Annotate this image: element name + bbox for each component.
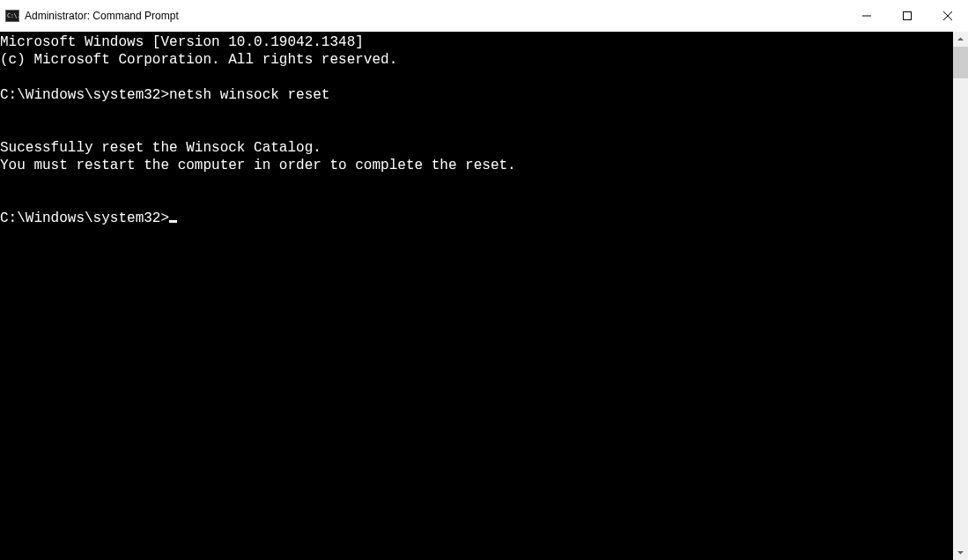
terminal-line	[0, 122, 953, 139]
scroll-thumb[interactable]	[953, 47, 968, 78]
chevron-down-icon	[957, 549, 964, 556]
cmd-icon: C:\.	[5, 9, 19, 23]
scroll-down-button[interactable]	[953, 545, 968, 560]
terminal-cursor	[169, 220, 177, 223]
minimize-button[interactable]	[846, 0, 887, 32]
chevron-up-icon	[957, 36, 964, 42]
terminal-line	[0, 192, 953, 210]
svg-rect-0	[904, 12, 912, 20]
scroll-track[interactable]	[953, 47, 968, 545]
close-button[interactable]	[927, 0, 968, 32]
terminal-line: (c) Microsoft Corporation. All rights re…	[0, 51, 953, 69]
close-icon	[943, 11, 952, 20]
terminal-line: You must restart the computer in order t…	[0, 157, 953, 174]
maximize-icon	[903, 11, 912, 20]
terminal-line: C:\Windows\system32>	[0, 210, 953, 227]
terminal-line: C:\Windows\system32>netsh winsock reset	[0, 86, 953, 104]
titlebar: C:\. Administrator: Command Prompt	[0, 0, 968, 32]
terminal-line	[0, 69, 953, 86]
window-controls	[846, 0, 968, 32]
vertical-scrollbar[interactable]	[953, 32, 968, 560]
minimize-icon	[862, 11, 871, 20]
terminal-line: Sucessfully reset the Winsock Catalog.	[0, 139, 953, 157]
terminal-output[interactable]: Microsoft Windows [Version 10.0.19042.13…	[0, 32, 953, 560]
terminal-line	[0, 174, 953, 192]
terminal-line: Microsoft Windows [Version 10.0.19042.13…	[0, 33, 953, 51]
maximize-button[interactable]	[887, 0, 927, 32]
window-title: Administrator: Command Prompt	[25, 10, 179, 22]
scroll-up-button[interactable]	[953, 32, 968, 47]
terminal-line	[0, 104, 953, 122]
content-area: Microsoft Windows [Version 10.0.19042.13…	[0, 32, 968, 560]
